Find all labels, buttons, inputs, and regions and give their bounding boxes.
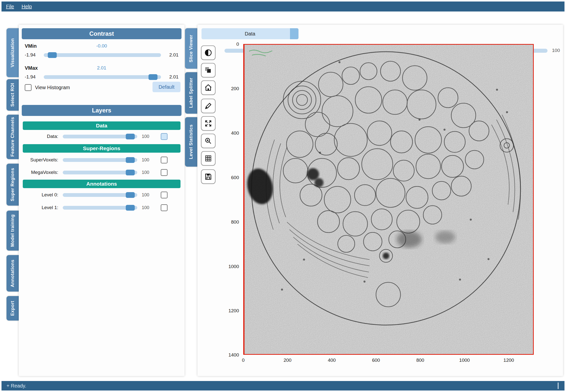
y-tick-label: 1200 xyxy=(212,308,239,314)
dropdown-arrow[interactable] xyxy=(290,28,298,39)
vmin-range-min: -1.94 xyxy=(25,52,39,58)
y-tick-label: 1400 xyxy=(212,352,239,358)
data-opacity-value: 100 xyxy=(142,134,156,139)
supervoxels-opacity-slider[interactable] xyxy=(63,158,137,162)
vmax-range-min: -1.94 xyxy=(25,74,39,80)
slice-slider-value: 100 xyxy=(552,48,560,53)
y-tick-label: 600 xyxy=(212,175,239,180)
level0-layer-row: Level 0: 100 xyxy=(25,191,168,199)
contrast-icon xyxy=(204,49,212,57)
layer-select-dropdown[interactable]: Data xyxy=(202,28,298,39)
y-tick-label: 800 xyxy=(212,219,239,225)
tab-export-label: Export xyxy=(10,301,15,316)
level0-opacity-value: 100 xyxy=(142,192,156,198)
section-annotations-header: Annotations xyxy=(23,180,180,188)
tab-export[interactable]: Export xyxy=(6,296,19,321)
tab-select-roi[interactable]: Select ROI xyxy=(6,79,19,111)
tab-feature-channels-label: Feature Channels xyxy=(10,117,15,157)
data-opacity-slider-handle[interactable] xyxy=(126,134,135,139)
supervoxels-opacity-value: 100 xyxy=(142,157,156,163)
y-tick-label: 1000 xyxy=(212,264,239,269)
tab-super-regions-label: Super Regions xyxy=(10,168,15,201)
tab-feature-channels[interactable]: Feature Channels xyxy=(6,115,19,159)
section-super-regions-header: Super-Regions xyxy=(23,144,180,153)
slice-viewer-panel: Data 100 xyxy=(198,25,563,376)
pencil-tool-button[interactable] xyxy=(201,99,216,113)
view-histogram-label: View Histogram xyxy=(35,85,70,90)
application-window: File Help Visualization Select ROI Featu… xyxy=(0,0,566,392)
vmax-slider-handle[interactable] xyxy=(148,74,158,80)
vmin-slider-handle[interactable] xyxy=(48,52,57,58)
megavoxels-visibility-checkbox[interactable] xyxy=(161,169,168,176)
slice-image[interactable] xyxy=(243,44,534,355)
view-histogram-row: View Histogram xyxy=(25,84,70,91)
level1-visibility-checkbox[interactable] xyxy=(161,204,168,211)
layer-select-value: Data xyxy=(245,31,255,37)
expand-icon xyxy=(204,119,212,127)
vmin-value: -0.00 xyxy=(19,43,184,49)
x-tick-label: 1000 xyxy=(453,358,476,363)
x-tick-label: 1200 xyxy=(498,358,520,363)
level1-layer-row: Level 1: 100 xyxy=(25,204,168,211)
contrast-tool-button[interactable] xyxy=(201,45,216,60)
megavoxels-opacity-slider-handle[interactable] xyxy=(126,170,135,175)
contrast-header: Contrast xyxy=(22,28,182,39)
x-tick-label: 800 xyxy=(409,358,432,363)
x-tick-label: 600 xyxy=(365,358,387,363)
zoom-in-icon xyxy=(204,137,212,145)
menu-file[interactable]: File xyxy=(6,4,14,9)
data-layer-label: Data: xyxy=(25,134,59,139)
tab-annotations[interactable]: Annotations xyxy=(6,255,19,292)
tab-visualization-label: Visualization xyxy=(10,38,15,67)
supervoxels-label: SuperVoxels: xyxy=(25,157,59,163)
home-icon xyxy=(204,84,212,92)
grid-tool-button[interactable] xyxy=(201,151,216,166)
y-tick-label: 200 xyxy=(212,86,239,91)
view-histogram-checkbox[interactable] xyxy=(25,84,32,91)
data-visibility-checkbox[interactable] xyxy=(161,133,168,140)
megavoxels-opacity-value: 100 xyxy=(142,170,156,175)
level0-opacity-slider[interactable] xyxy=(63,193,137,197)
tab-model-training[interactable]: Model training xyxy=(6,211,19,251)
tab-visualization[interactable]: Visualization xyxy=(6,28,19,77)
vmin-slider-row: -1.94 2.01 xyxy=(25,52,178,58)
vmax-slider-row: -1.94 2.01 xyxy=(25,74,178,80)
tab-level-statistics-label: Level Statistics xyxy=(188,124,194,159)
data-opacity-slider[interactable] xyxy=(63,135,137,138)
vmin-range-max: 2.01 xyxy=(166,52,178,58)
level1-opacity-slider-handle[interactable] xyxy=(126,205,135,211)
default-button[interactable]: Default xyxy=(152,82,180,92)
level1-opacity-slider[interactable] xyxy=(63,206,137,210)
vmax-slider[interactable] xyxy=(44,75,161,79)
tab-label-splitter[interactable]: Label Splitter xyxy=(185,72,197,114)
megavoxels-opacity-slider[interactable] xyxy=(63,171,137,174)
supervoxels-layer-row: SuperVoxels: 100 xyxy=(25,156,168,164)
layers-tool-button[interactable] xyxy=(201,63,216,77)
megavoxels-layer-row: MegaVoxels: 100 xyxy=(25,169,168,176)
tab-annotations-label: Annotations xyxy=(10,260,15,287)
status-caret xyxy=(558,383,558,389)
layers-header: Layers xyxy=(22,105,182,116)
tab-model-training-label: Model training xyxy=(10,214,15,247)
level0-opacity-slider-handle[interactable] xyxy=(126,192,135,198)
vmax-value: 2.01 xyxy=(19,65,184,71)
supervoxels-opacity-slider-handle[interactable] xyxy=(126,157,135,163)
status-message: + Ready. xyxy=(6,383,26,389)
layers-icon xyxy=(204,66,212,74)
x-tick-label: 400 xyxy=(320,358,343,363)
tomogram-slice xyxy=(244,45,533,354)
menu-help[interactable]: Help xyxy=(22,4,32,9)
megavoxels-label: MegaVoxels: xyxy=(25,170,59,175)
supervoxels-visibility-checkbox[interactable] xyxy=(161,157,168,163)
level0-label: Level 0: xyxy=(25,192,59,198)
expand-tool-button[interactable] xyxy=(201,116,216,131)
level0-visibility-checkbox[interactable] xyxy=(161,192,168,198)
tab-super-regions[interactable]: Super Regions xyxy=(6,164,19,206)
tab-slice-viewer[interactable]: Slice Viewer xyxy=(185,28,197,69)
grid-icon xyxy=(204,154,212,162)
tab-level-statistics[interactable]: Level Statistics xyxy=(185,117,197,167)
vmin-slider[interactable] xyxy=(44,53,161,57)
y-tick-label: 0 xyxy=(212,41,239,47)
pencil-icon xyxy=(204,102,212,110)
level1-label: Level 1: xyxy=(25,205,59,210)
